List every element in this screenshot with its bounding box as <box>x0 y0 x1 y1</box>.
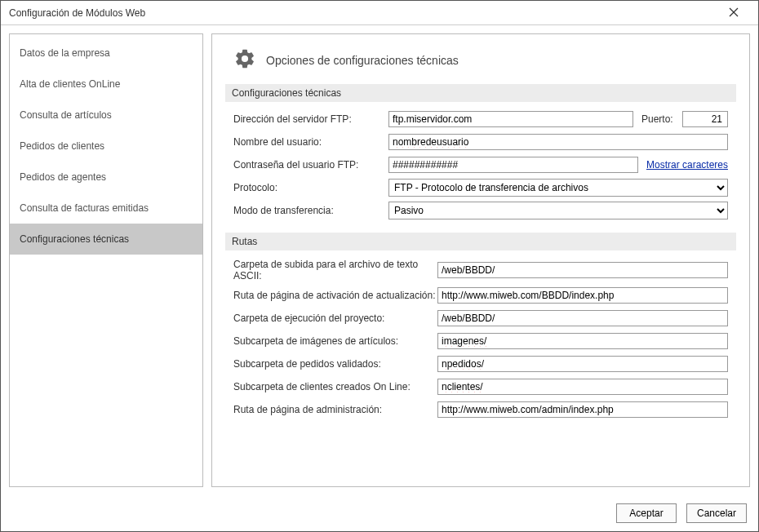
row-transfer-mode: Modo de transferencia: Pasivo <box>233 202 728 219</box>
label-clients-sub: Subcarpeta de clientes creados On Line: <box>233 381 437 392</box>
label-admin-page: Ruta de página de administración: <box>233 404 437 415</box>
section-heading-routes: Rutas <box>225 233 736 250</box>
row-admin-page: Ruta de página de administración: <box>233 401 728 419</box>
page-title: Opciones de configuraciones técnicas <box>266 54 459 67</box>
fieldset-tech: Dirección del servidor FTP: Puerto: Nomb… <box>225 110 736 233</box>
cancel-button[interactable]: Cancelar <box>686 503 747 523</box>
input-orders-sub[interactable] <box>437 356 728 372</box>
label-transfer-mode: Modo de transferencia: <box>233 205 388 216</box>
row-ftp-address: Dirección del servidor FTP: Puerto: <box>233 110 728 128</box>
gear-icon <box>233 47 256 73</box>
body: Datos de la empresa Alta de clientes OnL… <box>1 25 758 495</box>
input-password[interactable] <box>388 157 638 173</box>
sidebar-item-tech-config[interactable]: Configuraciones técnicas <box>10 224 202 255</box>
input-clients-sub[interactable] <box>437 379 728 395</box>
window-title: Configuración de Módulos Web <box>9 7 717 19</box>
input-username[interactable] <box>388 134 728 150</box>
input-images-sub[interactable] <box>437 333 728 349</box>
row-protocol: Protocolo: FTP - Protocolo de transferen… <box>233 179 728 197</box>
input-admin-page[interactable] <box>437 401 728 418</box>
row-images-sub: Subcarpeta de imágenes de artículos: <box>233 332 728 350</box>
label-port: Puerto: <box>633 113 682 125</box>
row-username: Nombre del usuario: <box>233 133 728 151</box>
label-ftp-address: Dirección del servidor FTP: <box>233 113 388 125</box>
page-header: Opciones de configuraciones técnicas <box>225 44 736 84</box>
row-clients-sub: Subcarpeta de clientes creados On Line: <box>233 378 728 396</box>
close-icon[interactable] <box>717 7 750 20</box>
titlebar: Configuración de Módulos Web <box>1 1 758 25</box>
row-update-page: Ruta de página de activación de actualiz… <box>233 286 728 304</box>
main-panel: Opciones de configuraciones técnicas Con… <box>211 33 750 487</box>
input-update-page[interactable] <box>437 287 728 304</box>
section-heading-tech: Configuraciones técnicas <box>225 84 736 102</box>
link-show-characters[interactable]: Mostrar caracteres <box>638 159 728 171</box>
sidebar-item-articles-query[interactable]: Consulta de artículos <box>10 100 202 131</box>
label-ascii-folder: Carpeta de subida para el archivo de tex… <box>233 259 437 282</box>
select-transfer-mode[interactable]: Pasivo <box>388 202 728 219</box>
input-port[interactable] <box>682 111 728 127</box>
config-window: Configuración de Módulos Web Datos de la… <box>0 0 759 532</box>
input-ftp-address[interactable] <box>388 111 633 127</box>
row-ascii-folder: Carpeta de subida para el archivo de tex… <box>233 259 728 282</box>
input-ascii-folder[interactable] <box>437 262 728 278</box>
ok-button[interactable]: Aceptar <box>616 503 677 523</box>
label-exec-folder: Carpeta de ejecución del proyecto: <box>233 313 437 324</box>
sidebar-item-invoices-query[interactable]: Consulta de facturas emitidas <box>10 193 202 224</box>
fieldset-routes: Carpeta de subida para el archivo de tex… <box>225 259 736 432</box>
row-exec-folder: Carpeta de ejecución del proyecto: <box>233 309 728 327</box>
row-password: Contraseña del usuario FTP: Mostrar cara… <box>233 156 728 174</box>
footer: Aceptar Cancelar <box>1 495 758 531</box>
row-orders-sub: Subcarpeta de pedidos validados: <box>233 355 728 373</box>
sidebar-item-client-orders[interactable]: Pedidos de clientes <box>10 131 202 162</box>
input-exec-folder[interactable] <box>437 310 728 326</box>
select-protocol[interactable]: FTP - Protocolo de transferencia de arch… <box>388 179 728 197</box>
sidebar-item-agent-orders[interactable]: Pedidos de agentes <box>10 162 202 193</box>
sidebar: Datos de la empresa Alta de clientes OnL… <box>9 33 203 487</box>
label-username: Nombre del usuario: <box>233 136 388 148</box>
label-protocol: Protocolo: <box>233 182 388 193</box>
label-update-page: Ruta de página de activación de actualiz… <box>233 290 437 301</box>
label-password: Contraseña del usuario FTP: <box>233 159 388 171</box>
label-images-sub: Subcarpeta de imágenes de artículos: <box>233 335 437 347</box>
sidebar-item-company-data[interactable]: Datos de la empresa <box>10 38 202 69</box>
sidebar-item-online-clients[interactable]: Alta de clientes OnLine <box>10 69 202 100</box>
label-orders-sub: Subcarpeta de pedidos validados: <box>233 358 437 370</box>
